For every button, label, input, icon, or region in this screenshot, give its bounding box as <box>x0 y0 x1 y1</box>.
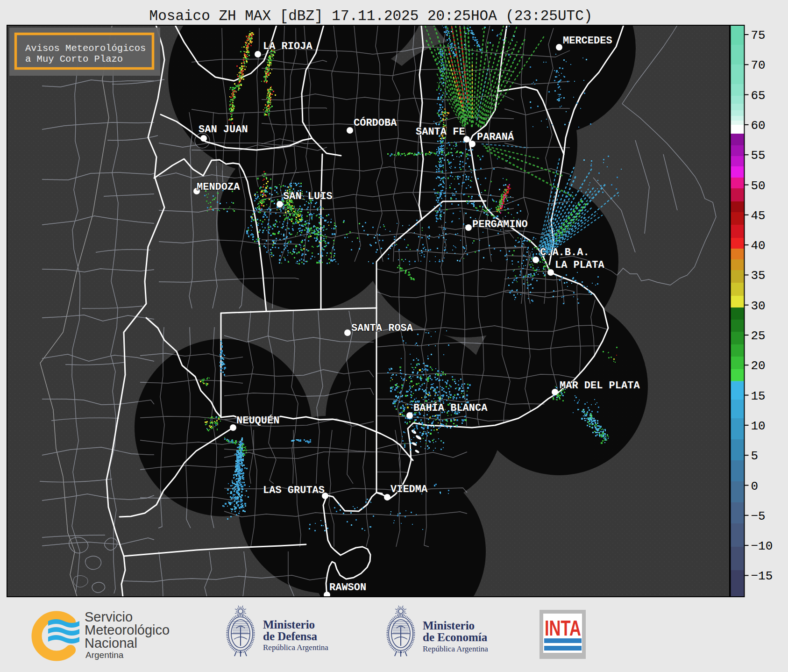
svg-text:República Argentina: República Argentina <box>263 643 328 652</box>
svg-text:SAN JUAN: SAN JUAN <box>199 124 248 136</box>
svg-text:SAN LUIS: SAN LUIS <box>283 191 333 202</box>
svg-text:INTA: INTA <box>545 616 581 640</box>
svg-text:MERCEDES: MERCEDES <box>563 35 612 47</box>
svg-text:Argentina: Argentina <box>85 650 124 660</box>
svg-text:55: 55 <box>751 149 766 163</box>
svg-text:LAS GRUTAS: LAS GRUTAS <box>263 485 325 496</box>
svg-text:MENDOZA: MENDOZA <box>197 181 240 193</box>
svg-text:Ministerio: Ministerio <box>423 619 475 632</box>
svg-text:C.A.B.A.: C.A.B.A. <box>540 247 589 258</box>
svg-text:−5: −5 <box>751 509 766 523</box>
svg-text:15: 15 <box>751 389 766 403</box>
svg-text:de Defensa: de Defensa <box>263 630 317 643</box>
svg-text:VIEDMA: VIEDMA <box>390 484 428 495</box>
svg-text:BAHÍA BLANCA: BAHÍA BLANCA <box>413 402 488 414</box>
svg-text:Ministerio: Ministerio <box>263 618 315 631</box>
svg-text:Avisos Meteorológicos: Avisos Meteorológicos <box>25 43 146 54</box>
svg-text:SANTA ROSA: SANTA ROSA <box>351 322 413 334</box>
svg-text:República Argentina: República Argentina <box>423 644 488 653</box>
svg-text:de Economía: de Economía <box>423 631 488 643</box>
svg-text:5: 5 <box>751 449 759 463</box>
svg-text:Mosaico ZH MAX [dBZ] 17.11.202: Mosaico ZH MAX [dBZ] 17.11.2025 20:25HOA… <box>149 8 593 24</box>
svg-text:CÓRDOBA: CÓRDOBA <box>354 117 397 129</box>
svg-text:10: 10 <box>751 419 766 433</box>
svg-text:SANTA FE: SANTA FE <box>416 126 465 138</box>
svg-text:45: 45 <box>751 209 766 223</box>
svg-text:PERGAMINO: PERGAMINO <box>472 219 528 230</box>
svg-text:70: 70 <box>751 58 766 72</box>
svg-text:0: 0 <box>751 479 759 493</box>
svg-text:−15: −15 <box>751 569 773 583</box>
svg-text:NEUQUÉN: NEUQUÉN <box>236 415 279 427</box>
svg-text:Nacional: Nacional <box>85 636 137 651</box>
svg-text:LA PLATA: LA PLATA <box>555 259 604 271</box>
svg-text:−10: −10 <box>751 539 773 553</box>
svg-text:60: 60 <box>751 119 766 133</box>
svg-text:LA RIOJA: LA RIOJA <box>263 41 312 52</box>
svg-text:25: 25 <box>751 329 766 343</box>
svg-text:PARANÁ: PARANÁ <box>477 131 514 143</box>
svg-text:40: 40 <box>751 239 766 253</box>
svg-text:20: 20 <box>751 359 766 373</box>
svg-text:RAWSON: RAWSON <box>329 582 366 593</box>
svg-text:MAR DEL PLATA: MAR DEL PLATA <box>560 380 640 392</box>
svg-text:50: 50 <box>751 179 766 193</box>
svg-text:35: 35 <box>751 269 766 283</box>
svg-text:30: 30 <box>751 299 766 313</box>
svg-text:a Muy Corto Plazo: a Muy Corto Plazo <box>25 54 123 64</box>
svg-text:65: 65 <box>751 89 766 103</box>
svg-text:75: 75 <box>751 29 766 43</box>
